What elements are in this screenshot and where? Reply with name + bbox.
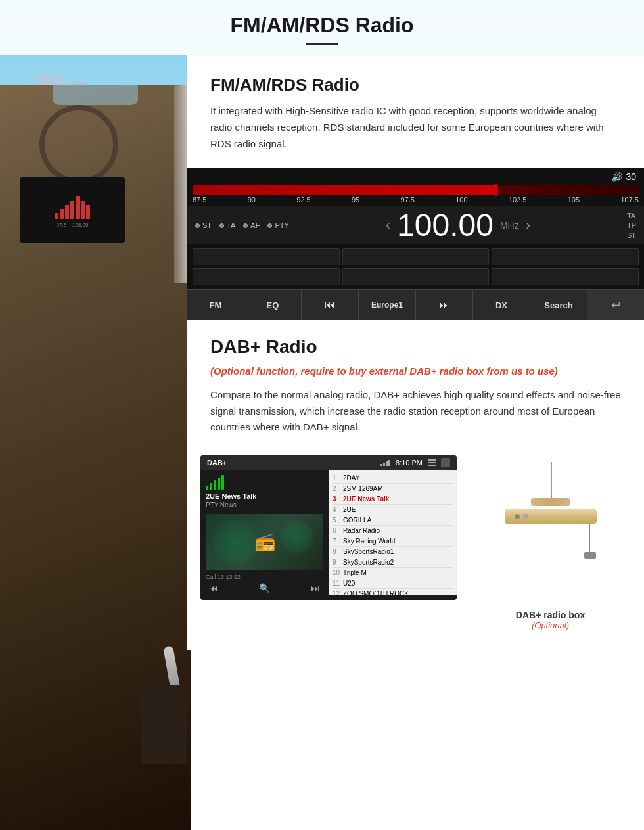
dab-screen-body: 2UE News Talk PTY:News 📻 [200,470,457,595]
radio-top-bar: 🔊 30 [187,168,644,185]
dab-search-btn[interactable]: 🔍 [259,583,270,593]
dab-visual-area: 📻 [206,514,323,570]
dab-channel-4[interactable]: 42UE [333,505,453,515]
europe1-button[interactable]: Europe1 [359,290,416,320]
close-icon[interactable] [441,458,450,467]
dab-next-btn[interactable]: ⏭ [311,583,320,593]
page-title-section: FM/AM/RDS Radio [0,0,644,55]
dab-pty: PTY:News [206,501,323,509]
dab-box-label-text: DAB+ radio box [516,610,585,620]
preset-btn-6[interactable] [492,268,639,285]
freq-next-arrow[interactable]: › [526,217,530,234]
freq-center-display: ‹ 100.00 MHz › [297,210,619,241]
dab-channel-12[interactable]: 12ZOO SMOOTH ROCK [333,589,453,595]
radio-toolbar: FM EQ ⏮ Europe1 ⏭ DX Search ↩ [187,289,644,320]
freq-label-95: 95 [352,196,359,204]
dab-screen: DAB+ 8:10 PM [200,455,457,600]
prev-button[interactable]: ⏮ [302,290,359,320]
radio-mode-controls: ST TA AF PTY [187,206,644,244]
search-button[interactable]: Search [530,290,587,320]
pty-control[interactable]: PTY [267,221,288,229]
dab-channel-10[interactable]: 10Triple M [333,568,453,578]
title-underline [306,43,338,45]
signal-bar-3 [214,480,216,490]
dab-prev-btn[interactable]: ⏮ [209,583,218,593]
dab-box-container: DAB+ radio box (Optional) [470,455,631,637]
dab-channel-list-panel: 12DAY 22SM 1269AM 32UE News Talk 42UE 5G… [329,470,457,595]
ta-right-label: TA [627,212,636,219]
dab-channel-11[interactable]: 11U20 [333,578,453,589]
signal-bar-2 [210,483,212,490]
signal-bar-1 [206,486,208,490]
right-mode-controls: TA TP ST [627,212,636,239]
dab-channel-9[interactable]: 9SkySportsRadio2 [333,557,453,568]
freq-progress-bar [193,185,639,195]
dab-label: DAB+ [207,459,227,467]
freq-label-90: 90 [248,196,256,204]
radio-icon: 📻 [254,532,275,552]
dab-channel-3[interactable]: 32UE News Talk [333,494,453,505]
preset-buttons-grid [187,244,644,289]
dab-device-body [505,509,597,524]
dab-channel-1[interactable]: 12DAY [333,473,453,484]
preset-btn-2[interactable] [342,248,490,265]
bottom-section: DAB+ 8:10 PM [187,449,644,650]
freq-label-1025: 102.5 [509,196,527,204]
signal-bar-5 [221,475,224,490]
ta-dot [219,223,224,228]
device-port-1 [515,514,520,519]
dab-channel-8[interactable]: 8SkySportsRadio1 [333,547,453,557]
dab-optional-text: (Optional function, require to buy exter… [210,364,621,379]
preset-btn-4[interactable] [193,268,340,285]
antenna-connector [531,498,570,506]
dx-button[interactable]: DX [473,290,530,320]
dab-channel-6[interactable]: 6Radar Radio [333,526,453,536]
right-content-column: FM/AM/RDS Radio It integrated with High-… [187,55,644,650]
page-title: FM/AM/RDS Radio [0,13,644,37]
signal-bars [206,475,323,490]
ta-control[interactable]: TA [219,221,235,229]
freq-bar-container [187,185,644,195]
preset-btn-1[interactable] [193,248,340,265]
af-control[interactable]: AF [243,221,260,229]
freq-labels-row: 87.5 90 92.5 95 97.5 100 102.5 105 107.5 [187,195,644,206]
freq-unit: MHz [500,220,519,231]
signal-icon [380,460,390,466]
next-button[interactable]: ⏭ [416,290,473,320]
preset-btn-5[interactable] [342,268,490,285]
fm-section-description: It integrated with High-Sensitive radio … [210,103,621,152]
pty-dot [267,223,272,228]
dab-channel-5[interactable]: 5GORILLA [333,515,453,526]
dab-header-right: 8:10 PM [380,458,450,467]
freq-label-105: 105 [568,196,580,204]
st-right-label: ST [627,231,636,239]
preset-btn-3[interactable] [492,248,639,265]
st-label: ST [202,221,212,229]
fm-section-heading: FM/AM/RDS Radio [210,75,621,95]
freq-prev-arrow[interactable]: ‹ [386,217,390,234]
left-background-column [0,55,187,650]
af-dot [243,223,248,228]
dab-screen-header: DAB+ 8:10 PM [200,455,457,470]
cable-wire [589,524,590,553]
glow-effect-1 [212,519,258,565]
dab-bottom-bar: Call 13 13 92 [206,574,323,580]
fm-button[interactable]: FM [187,290,244,320]
usb-connector [584,552,596,559]
dab-box-label-container: DAB+ radio box (Optional) [516,610,585,630]
dab-station-name: 2UE News Talk [206,492,323,500]
eq-button[interactable]: EQ [244,290,302,320]
freq-label-975: 97.5 [401,196,415,204]
dab-channel-7[interactable]: 7Sky Racing World [333,536,453,547]
af-label: AF [250,221,260,229]
freq-label-1075: 107.5 [620,196,639,204]
radio-screen: 🔊 30 87.5 90 92.5 95 97.5 100 [187,168,644,320]
menu-icon[interactable] [428,459,436,466]
dab-channel-2[interactable]: 22SM 1269AM [333,484,453,494]
volume-icon: 🔊 [611,172,622,182]
dab-section-description: Compare to the normal analog radio, DAB+… [210,387,621,436]
st-control[interactable]: ST [195,221,212,229]
freq-label-875: 87.5 [193,196,206,204]
back-button[interactable]: ↩ [587,290,644,320]
dab-time: 8:10 PM [396,459,423,467]
